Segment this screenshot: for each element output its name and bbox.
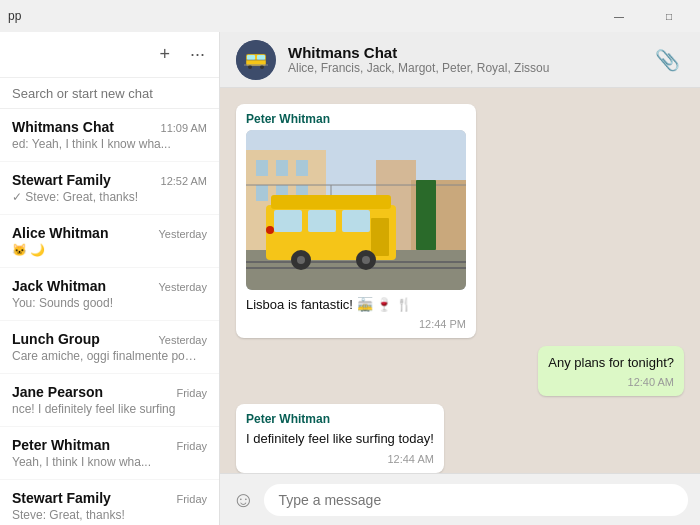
app-container: + ··· Whitmans Chat 11:09 AM ed: Yeah, I… xyxy=(0,32,700,525)
chat-item-preview: ed: Yeah, I think I know wha... xyxy=(12,137,202,151)
svg-rect-14 xyxy=(296,160,308,176)
svg-rect-22 xyxy=(271,195,391,209)
chat-item-time: 11:09 AM xyxy=(161,122,207,134)
chat-item-time: Yesterday xyxy=(158,334,207,346)
search-input[interactable] xyxy=(12,86,207,101)
message-time: 12:44 PM xyxy=(246,318,466,330)
chat-header-name: Whitmans Chat xyxy=(288,44,639,61)
window-controls: — □ xyxy=(596,1,692,31)
message-sender: Peter Whitman xyxy=(246,412,434,426)
chat-list-item[interactable]: Jack Whitman Yesterday You: Sounds good! xyxy=(0,268,219,321)
chat-item-time: Friday xyxy=(176,387,207,399)
svg-rect-15 xyxy=(256,185,268,201)
attach-button[interactable]: 📎 xyxy=(651,44,684,76)
svg-point-30 xyxy=(362,256,370,264)
chat-list-item[interactable]: Stewart Family 12:52 AM ✓ Steve: Great, … xyxy=(0,162,219,215)
chat-item-name: Stewart Family xyxy=(12,490,111,506)
chat-item-time: Friday xyxy=(176,493,207,505)
chat-item-name: Stewart Family xyxy=(12,172,111,188)
chat-list-item[interactable]: Stewart Family Friday Steve: Great, than… xyxy=(0,480,219,525)
chat-header-info: Whitmans Chat Alice, Francis, Jack, Marg… xyxy=(288,44,639,75)
chat-list-item[interactable]: Alice Whitman Yesterday 🐱 🌙 xyxy=(0,215,219,268)
menu-button[interactable]: ··· xyxy=(188,42,207,67)
chat-list-item[interactable]: Peter Whitman Friday Yeah, I think I kno… xyxy=(0,427,219,480)
maximize-button[interactable]: □ xyxy=(646,1,692,31)
emoji-button[interactable]: ☺ xyxy=(232,487,254,513)
chat-list-item[interactable]: Lunch Group Yesterday Care amiche, oggi … xyxy=(0,321,219,374)
chat-item-preview: ✓ Steve: Great, thanks! xyxy=(12,190,202,204)
chat-item-preview: 🐱 🌙 xyxy=(12,243,202,257)
svg-point-28 xyxy=(297,256,305,264)
svg-rect-12 xyxy=(256,160,268,176)
chat-list: Whitmans Chat 11:09 AM ed: Yeah, I think… xyxy=(0,109,219,525)
add-chat-button[interactable]: + xyxy=(157,42,172,67)
chat-item-preview: You: Sounds good! xyxy=(12,296,202,310)
chat-item-name: Jack Whitman xyxy=(12,278,106,294)
svg-rect-24 xyxy=(308,210,336,232)
svg-point-6 xyxy=(260,65,264,69)
title-bar: pp — □ xyxy=(0,0,700,32)
svg-rect-13 xyxy=(276,160,288,176)
avatar-icon xyxy=(236,40,276,80)
message-image xyxy=(246,130,466,290)
sidebar: + ··· Whitmans Chat 11:09 AM ed: Yeah, I… xyxy=(0,32,220,525)
sidebar-header: + ··· xyxy=(0,32,219,78)
chat-item-preview: nce! I definitely feel like surfing xyxy=(12,402,202,416)
outgoing-message: Any plans for tonight?12:40 AM xyxy=(538,346,684,396)
message-text: Any plans for tonight? xyxy=(548,354,674,372)
chat-list-item[interactable]: Jane Pearson Friday nce! I definitely fe… xyxy=(0,374,219,427)
message-sender: Peter Whitman xyxy=(246,112,466,126)
chat-item-preview: Care amiche, oggi finalmente posso xyxy=(12,349,202,363)
chat-list-item[interactable]: Whitmans Chat 11:09 AM ed: Yeah, I think… xyxy=(0,109,219,162)
chat-item-preview: Yeah, I think I know wha... xyxy=(12,455,202,469)
svg-rect-2 xyxy=(247,55,255,60)
chat-item-time: Yesterday xyxy=(158,281,207,293)
group-avatar xyxy=(236,40,276,80)
message-time: 12:44 AM xyxy=(246,453,434,465)
chat-item-time: Friday xyxy=(176,440,207,452)
chat-header: Whitmans Chat Alice, Francis, Jack, Marg… xyxy=(220,32,700,88)
svg-rect-26 xyxy=(371,218,389,256)
chat-item-name: Peter Whitman xyxy=(12,437,110,453)
incoming-message: Peter Whitman xyxy=(236,104,476,338)
chat-item-time: 12:52 AM xyxy=(161,175,207,187)
svg-point-33 xyxy=(266,226,274,234)
chat-header-actions: 📎 xyxy=(651,44,684,76)
chat-header-members: Alice, Francis, Jack, Margot, Peter, Roy… xyxy=(288,61,639,75)
search-bar xyxy=(0,78,219,109)
message-time: 12:40 AM xyxy=(548,376,674,388)
message-text: I definitely feel like surfing today! xyxy=(246,430,434,448)
svg-rect-3 xyxy=(257,55,265,60)
chat-item-name: Lunch Group xyxy=(12,331,100,347)
message-text: Lisboa is fantastic! 🚋 🍷 🍴 xyxy=(246,296,466,314)
messages-container: Peter Whitman xyxy=(220,88,700,473)
chat-item-preview: Steve: Great, thanks! xyxy=(12,508,202,522)
svg-point-5 xyxy=(248,65,252,69)
svg-rect-23 xyxy=(274,210,302,232)
incoming-message: Peter WhitmanI definitely feel like surf… xyxy=(236,404,444,472)
chat-input-bar: ☺ xyxy=(220,473,700,525)
chat-item-name: Jane Pearson xyxy=(12,384,103,400)
svg-rect-25 xyxy=(342,210,370,232)
chat-item-name: Whitmans Chat xyxy=(12,119,114,135)
chat-item-name: Alice Whitman xyxy=(12,225,108,241)
chat-item-time: Yesterday xyxy=(158,228,207,240)
message-input[interactable] xyxy=(264,484,688,516)
chat-area: Whitmans Chat Alice, Francis, Jack, Marg… xyxy=(220,32,700,525)
svg-rect-34 xyxy=(416,180,436,250)
minimize-button[interactable]: — xyxy=(596,1,642,31)
app-name: pp xyxy=(8,9,21,23)
